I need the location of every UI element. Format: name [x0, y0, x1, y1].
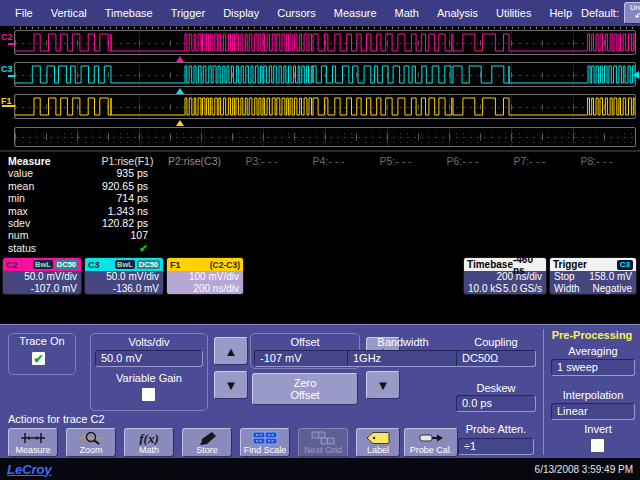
sample-count: 10.0 kS: [468, 283, 502, 295]
menu-item-math[interactable]: Math: [386, 7, 428, 19]
channel-box-c2-body: 50.0 mV/div -107.0 mV: [3, 271, 81, 294]
preprocessing-divider: [543, 329, 544, 455]
trigger-box[interactable]: Trigger C3 Stop 158.0 mV Width Negative: [549, 257, 637, 295]
zero-level-marker-f1[interactable]: [2, 105, 15, 107]
invert-checkbox[interactable]: [590, 438, 605, 453]
probe-cal-button[interactable]: Probe Cal.: [404, 428, 458, 457]
trigger-position-marker-f1[interactable]: [176, 120, 184, 126]
bandwidth-field[interactable]: 1GHz: [347, 350, 459, 367]
trace-on-checkbox[interactable]: ✔: [31, 351, 46, 366]
measure-column-header[interactable]: P8:- - -: [563, 155, 630, 167]
trigger-level: 158.0 mV: [589, 271, 632, 283]
variable-gain-checkbox[interactable]: [141, 387, 156, 402]
zero-offset-button[interactable]: Zero Offset: [252, 373, 358, 405]
trace-label-c2[interactable]: C2: [1, 32, 14, 42]
ruler-icon: [20, 430, 46, 445]
measure-button[interactable]: Measure: [8, 428, 58, 457]
probe-atten-field[interactable]: ÷1: [458, 438, 534, 455]
offset-down-button[interactable]: ▼: [366, 371, 400, 399]
volts-div-label: Volts/div: [92, 336, 206, 348]
deskew-label: Deskew: [456, 382, 536, 394]
volts-div-down-button[interactable]: ▼: [214, 371, 248, 399]
grid-strip-f1: [14, 94, 636, 119]
measure-table: Measure P1:rise(F1)P2:rise(C3)P3:- - -P4…: [6, 155, 636, 254]
down-arrow-icon: ▼: [377, 378, 390, 393]
measure-row-num: num107: [6, 229, 636, 241]
measure-column-header[interactable]: P5:- - -: [362, 155, 429, 167]
trigger-box-header: Trigger C3: [550, 258, 636, 271]
find-scale-button[interactable]: Find Scale: [240, 428, 290, 457]
bandwidth-limit-badge: BwL: [115, 260, 135, 269]
zero-offset-label-2: Offset: [290, 389, 319, 401]
menu-item-display[interactable]: Display: [214, 7, 268, 19]
down-arrow-icon: ▼: [225, 378, 238, 393]
measure-column-header[interactable]: P3:- - -: [228, 155, 295, 167]
up-arrow-icon: ▲: [225, 344, 238, 359]
coupling-label: Coupling: [456, 336, 536, 348]
timebase-box[interactable]: Timebase -460 ns 200 ns/div 10.0 kS 5.0 …: [463, 257, 547, 295]
deskew-field[interactable]: 0.0 ps: [456, 395, 536, 412]
zoom-button[interactable]: Zoom: [66, 428, 116, 457]
zero-level-marker-c3[interactable]: [8, 75, 15, 77]
grid-strip-c2: [14, 30, 636, 55]
undo-button[interactable]: Undo ↶: [624, 2, 640, 24]
menu-item-timebase[interactable]: Timebase: [96, 7, 162, 19]
menu-item-vertical[interactable]: Vertical: [42, 7, 96, 19]
menubar: FileVerticalTimebaseTriggerDisplayCursor…: [0, 0, 640, 26]
store-arrow-icon: [194, 430, 220, 445]
volts-per-div: 50.0 mV/div: [89, 271, 159, 283]
timebase-title: Timebase: [467, 259, 513, 270]
measure-column-header[interactable]: P2:rise(C3): [161, 155, 228, 167]
measure-column-header[interactable]: P6:- - -: [429, 155, 496, 167]
check-icon: ✔: [33, 353, 43, 365]
waveform-c3: [15, 63, 635, 86]
trigger-box-body: Stop 158.0 mV Width Negative: [550, 271, 636, 294]
menubar-right: Default: Undo ↶: [581, 2, 640, 24]
next-grid-button: Next Grid: [298, 428, 348, 457]
menu-item-measure[interactable]: Measure: [325, 7, 386, 19]
measure-column-header[interactable]: P7:- - -: [496, 155, 563, 167]
label-button[interactable]: Label: [356, 428, 400, 457]
trigger-level-arrow[interactable]: [633, 71, 639, 79]
action-button-label: Store: [196, 445, 218, 455]
store-button[interactable]: Store: [182, 428, 232, 457]
measure-row-label: max: [6, 205, 94, 217]
measure-row-label: status: [6, 242, 94, 254]
interpolation-field[interactable]: Linear: [551, 403, 635, 420]
math-button[interactable]: f(x)Math: [124, 428, 174, 457]
trigger-position-marker-c2[interactable]: [176, 56, 184, 62]
zero-level-marker-c2[interactable]: [8, 43, 15, 45]
offset-readout: -136.0 mV: [89, 283, 159, 295]
trace-box-f1[interactable]: F1 (C2-C3) 100 mV/div 200 ns/div: [166, 257, 244, 295]
fx-icon: f(x): [136, 430, 162, 445]
action-button-label: Probe Cal.: [410, 445, 453, 455]
channel-box-c2[interactable]: C2 BwL DC50 50.0 mV/div -107.0 mV: [2, 257, 82, 295]
volts-div-field[interactable]: 50.0 mV: [95, 350, 203, 367]
svg-text:f(x): f(x): [139, 431, 159, 445]
coupling-field[interactable]: DC50Ω: [456, 350, 536, 367]
measure-value-p1: 935 ps: [94, 167, 161, 179]
dotted-gridline: [15, 142, 635, 143]
menu-item-cursors[interactable]: Cursors: [268, 7, 325, 19]
menu-item-utilities[interactable]: Utilities: [487, 7, 540, 19]
offset-field[interactable]: -107 mV: [254, 350, 356, 367]
separator: [0, 150, 640, 152]
trace-label-c3[interactable]: C3: [1, 64, 14, 74]
menu-item-help[interactable]: Help: [540, 7, 581, 19]
action-button-label: Find Scale: [244, 445, 287, 455]
statusbar: LeCroy 6/13/2008 3:59:49 PM: [0, 458, 640, 480]
offset-readout: -107.0 mV: [7, 283, 77, 295]
menu-item-file[interactable]: File: [6, 7, 42, 19]
measure-column-header[interactable]: P1:rise(F1): [94, 155, 161, 167]
menu-item-analysis[interactable]: Analysis: [428, 7, 487, 19]
trigger-position-marker-c3[interactable]: [176, 88, 184, 94]
channel-box-c3[interactable]: C3 BwL DC50 50.0 mV/div -136.0 mV: [84, 257, 164, 295]
volts-div-up-button[interactable]: ▲: [214, 337, 248, 365]
dialog-tab-row: C2 Vertical Adjust Close: [0, 296, 640, 324]
measure-column-header[interactable]: P4:- - -: [295, 155, 362, 167]
menu-item-trigger[interactable]: Trigger: [162, 7, 214, 19]
averaging-field[interactable]: 1 sweep: [551, 359, 635, 376]
action-button-label: Label: [367, 445, 389, 455]
trace-box-f1-header: F1 (C2-C3): [167, 258, 243, 271]
volts-per-div: 100 mV/div: [171, 271, 239, 283]
